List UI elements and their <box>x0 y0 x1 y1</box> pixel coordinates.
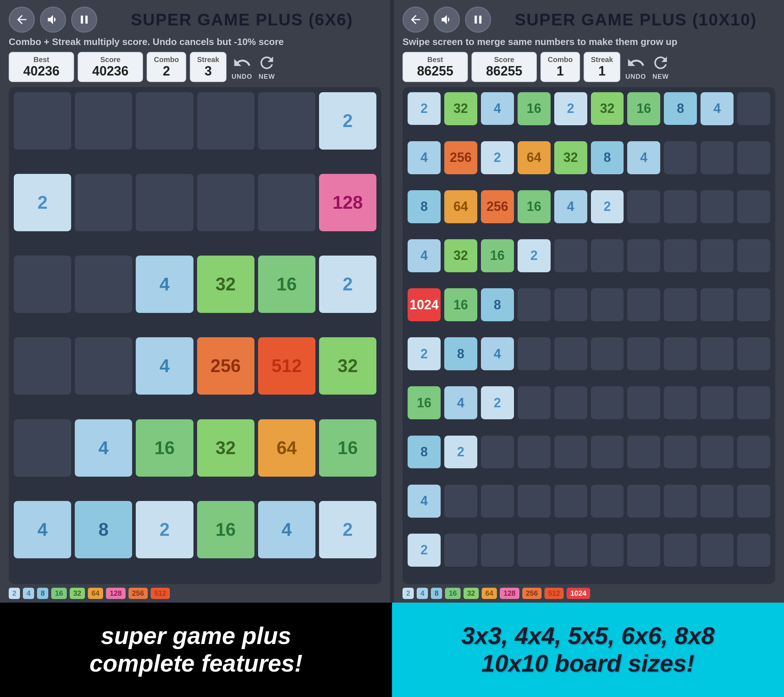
right-board[interactable]: 2324162321684425626432848642561642432162… <box>408 92 770 579</box>
board-cell: 16 <box>627 92 660 125</box>
legend-item: 512 <box>151 588 170 599</box>
panel-separator <box>390 0 394 603</box>
bottom-left-banner: super game pluscomplete features! <box>0 603 392 697</box>
board-cell: 2 <box>136 501 193 558</box>
board-cell: 2 <box>591 190 624 223</box>
board-cell: 256 <box>481 190 514 223</box>
board-cell <box>258 92 315 150</box>
board-cell: 2 <box>408 337 441 370</box>
board-cell <box>517 484 551 518</box>
right-combo-box: Combo 1 <box>540 52 580 82</box>
board-cell: 8 <box>408 436 441 469</box>
board-cell <box>627 288 660 321</box>
board-cell: 2 <box>481 386 514 419</box>
left-undo-label: UNDO <box>232 73 252 81</box>
board-cell: 64 <box>258 419 315 477</box>
left-new-button[interactable]: NEW <box>257 53 276 81</box>
board-cell <box>664 239 697 272</box>
right-undo-button[interactable]: UNDO <box>625 53 646 81</box>
board-cell <box>664 484 697 518</box>
board-cell <box>75 255 132 313</box>
left-best-label: Best <box>33 56 49 64</box>
board-cell <box>75 92 132 150</box>
board-cell <box>627 190 660 223</box>
board-cell: 32 <box>197 255 254 313</box>
left-combo-box: Combo 2 <box>147 52 186 82</box>
board-cell <box>591 534 624 567</box>
board-cell: 4 <box>75 419 132 477</box>
right-new-button[interactable]: NEW <box>651 53 670 81</box>
board-cell: 32 <box>554 141 587 174</box>
right-volume-button[interactable] <box>434 7 460 33</box>
board-cell <box>591 484 624 518</box>
board-cell <box>197 174 254 231</box>
board-cell <box>444 484 477 518</box>
board-cell: 4 <box>700 92 733 125</box>
legend-item: 1024 <box>567 588 590 599</box>
board-cell <box>737 141 770 174</box>
board-cell <box>737 534 770 567</box>
board-cell: 16 <box>319 419 376 477</box>
board-cell <box>627 484 660 518</box>
left-new-label: NEW <box>259 73 275 81</box>
left-volume-button[interactable] <box>40 7 66 33</box>
legend-item: 256 <box>128 588 148 599</box>
board-cell <box>75 174 132 231</box>
board-cell <box>591 288 624 321</box>
legend-item: 16 <box>445 588 460 599</box>
legend-item: 4 <box>417 588 428 599</box>
right-stats-bar: Best 86255 Score 86255 Combo 1 Streak 1 … <box>402 52 775 82</box>
right-game-title: SUPER GAME PLUS (10x10) <box>496 10 775 30</box>
board-cell: 32 <box>591 92 624 125</box>
right-streak-label: Streak <box>591 56 613 64</box>
board-cell <box>554 484 587 518</box>
board-cell <box>627 534 660 567</box>
legend-item: 32 <box>463 588 479 599</box>
right-best-value: 86255 <box>417 64 453 78</box>
legend-item: 8 <box>37 588 48 599</box>
left-board-container[interactable]: 221284321624256512324163264164821642 <box>9 87 382 584</box>
board-cell <box>737 288 770 321</box>
board-cell <box>664 386 697 419</box>
board-cell: 2 <box>319 501 376 558</box>
left-best-box: Best 40236 <box>9 52 74 82</box>
board-cell <box>737 436 770 469</box>
bottom-right-text: 3x3, 4x4, 5x5, 6x6, 8x810x10 board sizes… <box>461 622 714 677</box>
left-pause-button[interactable] <box>71 7 97 33</box>
board-cell <box>258 174 315 231</box>
board-cell: 512 <box>258 337 315 395</box>
right-back-button[interactable] <box>402 7 429 33</box>
board-cell <box>517 337 551 370</box>
board-cell <box>517 436 551 469</box>
board-cell <box>627 337 660 370</box>
left-stats-bar: Best 40236 Score 40236 Combo 2 Streak 3 … <box>9 52 382 82</box>
board-cell: 64 <box>444 190 477 223</box>
board-cell: 4 <box>136 337 193 395</box>
right-pause-button[interactable] <box>465 7 491 33</box>
right-combo-value: 1 <box>557 64 564 78</box>
board-cell <box>664 436 697 469</box>
board-cell <box>700 141 733 174</box>
left-board[interactable]: 221284321624256512324163264164821642 <box>14 92 376 579</box>
board-cell: 4 <box>136 255 193 313</box>
board-cell <box>554 386 587 419</box>
right-score-value: 86255 <box>486 64 522 78</box>
board-cell <box>481 534 514 567</box>
bottom-right-banner: 3x3, 4x4, 5x5, 6x6, 8x810x10 board sizes… <box>392 603 784 697</box>
legend-item: 512 <box>544 588 564 599</box>
board-cell <box>700 288 733 321</box>
right-board-container[interactable]: 2324162321684425626432848642561642432162… <box>402 87 775 584</box>
board-cell <box>444 534 477 567</box>
board-cell <box>737 190 770 223</box>
right-best-label: Best <box>427 56 443 64</box>
board-cell <box>737 92 770 125</box>
right-new-label: NEW <box>652 73 669 81</box>
board-cell <box>664 141 697 174</box>
board-cell: 2 <box>319 255 376 313</box>
board-cell: 1024 <box>408 288 441 321</box>
board-cell <box>197 92 254 150</box>
left-back-button[interactable] <box>9 7 35 33</box>
board-cell: 8 <box>408 190 441 223</box>
left-undo-button[interactable]: UNDO <box>232 53 252 81</box>
board-cell: 16 <box>408 386 441 419</box>
